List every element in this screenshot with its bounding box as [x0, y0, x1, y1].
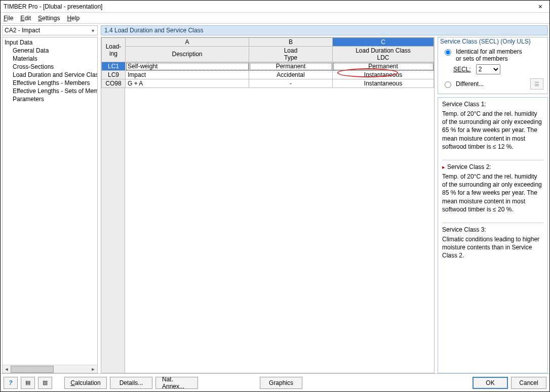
col-loading: Load-ing — [102, 38, 126, 62]
service-class-group: Service Class (SECL) (Only ULS) Identica… — [438, 37, 548, 94]
graphics-button[interactable]: Graphics — [260, 377, 302, 389]
sc3-body: Climatic conditions leading to higher mo… — [442, 235, 543, 260]
col-b: B — [249, 38, 333, 47]
nat-annex-button[interactable]: Nat. Annex... — [155, 377, 198, 389]
cell-type[interactable]: - — [249, 79, 333, 88]
nav-tree: Input Data General Data Materials Cross-… — [2, 37, 98, 373]
col-a-sub: Description — [126, 47, 249, 62]
row-id[interactable]: LC9 — [102, 71, 126, 79]
secl-label: SECL: — [453, 66, 471, 73]
sc3-title: Service Class 3: — [442, 226, 543, 233]
cell-ldc[interactable]: Instantaneous — [333, 71, 434, 79]
sc1-body: Temp. of 20°C and the rel. humidity of t… — [442, 110, 543, 151]
tree-item-materials[interactable]: Materials — [4, 55, 97, 63]
cancel-button[interactable]: Cancel — [511, 377, 546, 389]
menu-help[interactable]: Help — [67, 15, 80, 22]
close-icon[interactable]: × — [534, 3, 546, 11]
sc1-title: Service Class 1: — [442, 101, 543, 108]
cell-type[interactable]: Accidental — [249, 71, 333, 79]
radio-identical[interactable] — [445, 49, 451, 56]
secl-select[interactable]: 2 — [476, 64, 500, 74]
service-class-description: Service Class 1: Temp. of 20°C and the r… — [438, 97, 548, 373]
bottom-toolbar: ? ▤ ▥ Calculation Details... Nat. Annex.… — [1, 373, 549, 391]
menu-file[interactable]: File — [4, 15, 13, 22]
menu-edit[interactable]: Edit — [20, 15, 31, 22]
radio-different[interactable] — [445, 81, 451, 88]
page-next-icon: ▥ — [43, 379, 48, 386]
case-combo-value: CA2 - Impact — [5, 27, 40, 34]
case-combo[interactable]: CA2 - Impact ▾ — [2, 25, 98, 35]
sc2-title: Service Class 2: — [442, 163, 543, 170]
sc2-body: Temp. of 20°C and the rel. humidity of t… — [442, 172, 543, 213]
calculation-button[interactable]: Calculation — [64, 377, 107, 389]
col-b-sub: LoadType — [249, 47, 333, 62]
tool-button-1[interactable]: ▤ — [21, 377, 35, 389]
col-a: A — [126, 38, 249, 47]
cell-ldc[interactable]: Permanent — [333, 62, 434, 71]
different-tool-button[interactable]: ☰ — [530, 78, 543, 90]
cell-desc[interactable]: Self-weight — [126, 62, 249, 71]
radio-different-label: Different... — [456, 80, 484, 88]
tree-hscrollbar[interactable]: ◄ ► — [3, 365, 97, 373]
menu-bar: File Edit Settings Help — [1, 13, 549, 24]
radio-identical-label: Identical for all members or sets of mem… — [456, 48, 522, 62]
panel-title: 1.4 Load Duration and Service Class — [101, 25, 548, 35]
row-id[interactable]: CO98 — [102, 79, 126, 88]
chevron-down-icon: ▾ — [92, 28, 94, 33]
tree-item-eff-len-sets[interactable]: Effective Lengths - Sets of Members — [4, 87, 97, 95]
cell-desc[interactable]: G + A — [126, 79, 249, 88]
menu-settings[interactable]: Settings — [38, 15, 60, 22]
tree-item-cross-sections[interactable]: Cross-Sections — [4, 63, 97, 71]
tree-item-general-data[interactable]: General Data — [4, 47, 97, 55]
details-button[interactable]: Details... — [110, 377, 152, 389]
tree-root[interactable]: Input Data — [4, 38, 97, 47]
tree-item-parameters[interactable]: Parameters — [4, 95, 97, 103]
ok-button[interactable]: OK — [473, 377, 508, 389]
col-c-sub: Load Duration ClassLDC — [333, 47, 434, 62]
col-c: C — [333, 38, 434, 47]
tree-item-load-duration[interactable]: Load Duration and Service Class — [4, 71, 97, 79]
cell-ldc[interactable]: Instantaneous — [333, 79, 434, 88]
page-icon: ▤ — [25, 379, 30, 386]
cell-type[interactable]: Permanent — [249, 62, 333, 71]
window-title: TIMBER Pro - [Dlubal - presentation] — [4, 3, 102, 10]
group-title: Service Class (SECL) (Only ULS) — [438, 37, 547, 47]
title-bar: TIMBER Pro - [Dlubal - presentation] × — [1, 1, 549, 13]
tool-button-2[interactable]: ▥ — [38, 377, 52, 389]
row-id[interactable]: LC1 — [102, 62, 126, 71]
tree-item-eff-len-members[interactable]: Effective Lengths - Members — [4, 79, 97, 87]
cell-desc[interactable]: Impact — [126, 71, 249, 79]
help-button[interactable]: ? — [4, 377, 18, 389]
load-table[interactable]: Load-ing A B C Description LoadType Load… — [101, 37, 435, 373]
